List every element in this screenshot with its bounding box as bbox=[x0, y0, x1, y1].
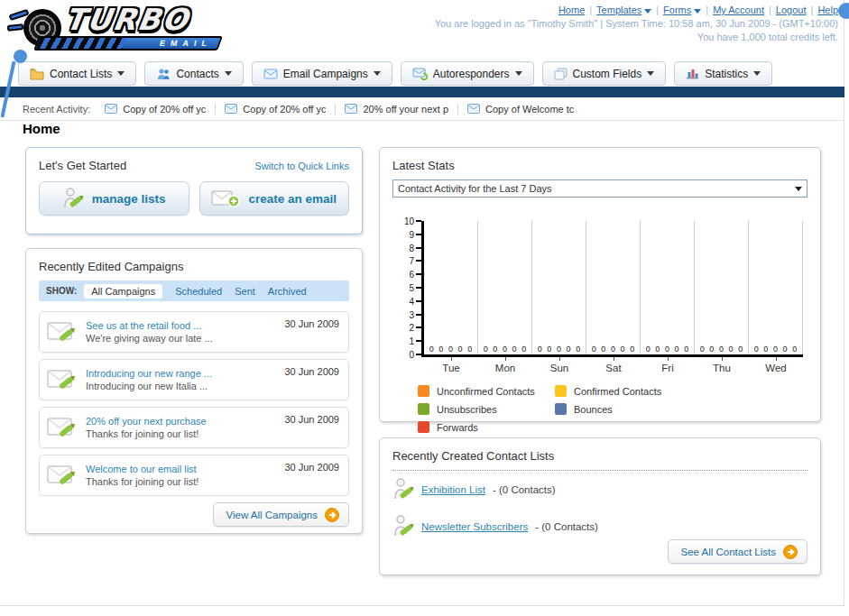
value-label: 0 bbox=[611, 345, 615, 354]
legend-item: Confirmed Contacts bbox=[555, 385, 692, 397]
filter-all-campaigns[interactable]: All Campaigns bbox=[84, 284, 162, 299]
link-separator: | bbox=[656, 5, 659, 15]
y-tick-label: 6 bbox=[392, 270, 414, 280]
legend-label: Unsubscribes bbox=[437, 404, 497, 415]
campaign-row[interactable]: Welcome to our email list Thanks for joi… bbox=[39, 455, 349, 496]
envelope-pencil-icon bbox=[47, 366, 79, 393]
chevron-down-icon bbox=[374, 71, 381, 76]
tab-autoresponders[interactable]: Autoresponders bbox=[401, 61, 534, 86]
value-label: 0 bbox=[792, 345, 797, 354]
y-tick-label: 9 bbox=[392, 230, 414, 240]
campaign-title-link[interactable]: 20% off your next purchase bbox=[86, 416, 284, 427]
campaign-subtitle: Thanks for joining our list! bbox=[86, 476, 284, 487]
value-label: 0 bbox=[438, 345, 443, 354]
campaign-row[interactable]: Introducing our new range ... Introducin… bbox=[39, 359, 349, 400]
contact-list-count: - (0 Contacts) bbox=[493, 484, 556, 495]
manage-lists-button[interactable]: manage lists bbox=[39, 181, 189, 216]
campaign-list: See us at the retail food ... We're givi… bbox=[39, 311, 349, 496]
envelope-pencil-icon bbox=[47, 462, 79, 489]
campaign-title-link[interactable]: Welcome to our email list bbox=[86, 464, 284, 474]
arrow-right-icon bbox=[783, 545, 798, 559]
y-tick-label: 0 bbox=[392, 350, 414, 360]
campaign-title-link[interactable]: See us at the retail food ... bbox=[86, 320, 284, 331]
value-labels-row: 00000 bbox=[695, 345, 748, 354]
filter-scheduled[interactable]: Scheduled bbox=[175, 286, 222, 297]
contact-list-count: - (0 Contacts) bbox=[535, 521, 598, 532]
contact-lists-panel: Recently Created Contact Lists Exhibitio… bbox=[379, 437, 821, 575]
value-label: 0 bbox=[467, 345, 472, 354]
create-email-button[interactable]: create an email bbox=[199, 181, 350, 216]
recent-activity-item[interactable]: Copy of 20% off yc bbox=[105, 104, 216, 115]
see-all-contact-lists-button[interactable]: See All Contact Lists bbox=[668, 539, 807, 564]
header-right: Home|Templates|Forms|My Account|Logout|H… bbox=[405, 5, 838, 42]
recent-activity-bar: Recent Activity: Copy of 20% off yc Copy… bbox=[0, 97, 844, 121]
header-link-forms[interactable]: Forms bbox=[663, 5, 691, 15]
header-link-home[interactable]: Home bbox=[558, 5, 585, 15]
value-label: 0 bbox=[567, 345, 571, 354]
recent-activity-item[interactable]: Copy of Welcome tc bbox=[467, 104, 583, 115]
tab-statistics[interactable]: Statistics bbox=[674, 61, 772, 86]
value-label: 0 bbox=[675, 345, 679, 354]
see-all-contact-lists-label: See All Contact Lists bbox=[681, 547, 776, 557]
value-label: 0 bbox=[738, 345, 743, 354]
x-axis-label: Wed bbox=[749, 363, 803, 373]
stats-dropdown[interactable]: Contact Activity for the Last 7 Days bbox=[392, 179, 807, 198]
create-email-label: create an email bbox=[248, 192, 337, 206]
envelope-icon bbox=[105, 104, 117, 114]
activity-item-label: Copy of Welcome tc bbox=[485, 104, 574, 115]
envelope-pencil-icon bbox=[47, 414, 79, 441]
campaign-date: 30 Jun 2009 bbox=[284, 462, 339, 473]
recent-campaigns-panel: Recently Edited Campaigns SHOW: All Camp… bbox=[25, 248, 363, 534]
tab-contacts[interactable]: Contacts bbox=[144, 61, 243, 86]
campaign-title-link[interactable]: Introducing our new range ... bbox=[86, 368, 284, 379]
logo-stripes bbox=[36, 38, 126, 49]
x-axis-label: Thu bbox=[695, 363, 749, 373]
legend-swatch bbox=[555, 385, 567, 397]
legend-label: Confirmed Contacts bbox=[574, 386, 661, 397]
tab-custom-fields[interactable]: Custom Fields bbox=[542, 61, 667, 86]
x-axis-line bbox=[421, 354, 803, 357]
filter-sent[interactable]: Sent bbox=[235, 286, 255, 297]
header-link-help[interactable]: Help bbox=[817, 5, 838, 15]
link-separator: | bbox=[769, 5, 771, 15]
filter-archived[interactable]: Archived bbox=[268, 286, 307, 297]
x-axis-label: Sun bbox=[532, 363, 586, 373]
getting-started-panel: Let's Get Started Switch to Quick Links … bbox=[25, 147, 363, 234]
header-link-logout[interactable]: Logout bbox=[776, 5, 807, 15]
value-label: 0 bbox=[448, 345, 453, 354]
contact-list-row[interactable]: Exhibition List - (0 Contacts) bbox=[392, 471, 807, 508]
tab-contact-lists[interactable]: Contact Lists bbox=[18, 61, 136, 86]
campaign-text: See us at the retail food ... We're givi… bbox=[86, 320, 284, 344]
chart-legend: Unconfirmed ContactsConfirmed ContactsUn… bbox=[392, 385, 807, 439]
envelope-plus-icon bbox=[211, 188, 240, 209]
activity-item-label: Copy of 20% off yc bbox=[123, 104, 206, 115]
value-label: 0 bbox=[646, 345, 651, 354]
chevron-down-icon bbox=[644, 9, 651, 14]
switch-quick-links-link[interactable]: Switch to Quick Links bbox=[254, 161, 349, 171]
tab-email-campaigns[interactable]: Email Campaigns bbox=[252, 61, 392, 86]
value-labels-row: 00000 bbox=[424, 345, 477, 354]
campaign-row[interactable]: 20% off your next purchase Thanks for jo… bbox=[39, 407, 349, 448]
value-label: 0 bbox=[700, 345, 705, 354]
day-group: 00000 bbox=[641, 221, 695, 354]
contact-list-link[interactable]: Exhibition List bbox=[421, 484, 485, 495]
value-label: 0 bbox=[630, 345, 634, 354]
legend-swatch bbox=[418, 403, 429, 415]
legend-label: Forwards bbox=[437, 422, 478, 433]
recent-activity-item[interactable]: Copy of 20% off yc bbox=[225, 104, 336, 115]
x-tick-mark bbox=[614, 357, 614, 361]
statistics-icon bbox=[686, 68, 699, 79]
header-link-my-account[interactable]: My Account bbox=[713, 5, 764, 15]
chevron-down-icon bbox=[795, 187, 802, 191]
header-link-templates[interactable]: Templates bbox=[596, 5, 641, 15]
value-labels-row: 00000 bbox=[586, 345, 640, 354]
tab-label: Email Campaigns bbox=[283, 68, 368, 80]
contact-list-link[interactable]: Newsletter Subscribers bbox=[421, 521, 528, 532]
view-all-campaigns-button[interactable]: View All Campaigns bbox=[213, 502, 349, 527]
legend-label: Unconfirmed Contacts bbox=[437, 386, 535, 397]
campaign-row[interactable]: See us at the retail food ... We're givi… bbox=[39, 311, 349, 353]
recent-activity-item[interactable]: 20% off your next p bbox=[345, 104, 458, 115]
link-separator: | bbox=[706, 5, 708, 15]
chevron-down-icon bbox=[225, 71, 232, 76]
legend-label: Bounces bbox=[574, 404, 613, 415]
